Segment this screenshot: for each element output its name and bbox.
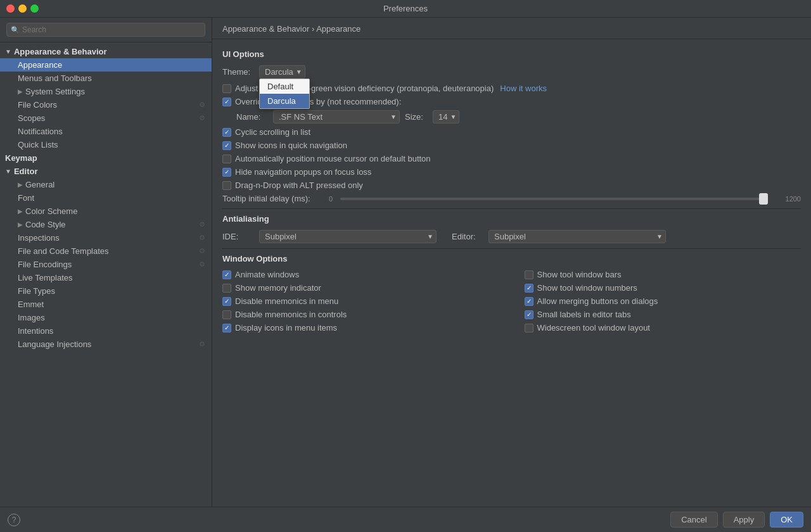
font-name-value: .SF NS Text <box>279 112 322 122</box>
tooltip-delay-row: Tooltip initial delay (ms): 0 1200 <box>222 194 801 203</box>
sidebar-item-keymap[interactable]: Keymap <box>0 151 212 165</box>
sidebar-item-file-colors[interactable]: File Colors ⚙ <box>0 98 212 111</box>
hide-nav-popups-checkbox[interactable] <box>222 168 231 177</box>
tooltip-delay-label: Tooltip initial delay (ms): <box>222 194 324 203</box>
antialiasing-ide-row: IDE: Subpixel ▼ Editor: Subpixel ▼ <box>222 230 801 243</box>
slider-thumb[interactable] <box>759 193 768 205</box>
drag-drop-checkbox[interactable] <box>222 181 231 190</box>
sidebar-item-code-style[interactable]: ▶ Code Style ⚙ <box>0 218 212 231</box>
caret-icon: ▶ <box>18 208 23 215</box>
cancel-button[interactable]: Cancel <box>670 512 717 528</box>
search-input[interactable] <box>6 23 205 37</box>
divider-1 <box>222 208 801 209</box>
auto-position-row: Automatically position mouse cursor on d… <box>222 154 801 163</box>
animate-windows-checkbox[interactable] <box>222 270 231 279</box>
sidebar-item-system-settings[interactable]: ▶ System Settings <box>0 85 212 98</box>
font-size-select[interactable]: 14 ▼ <box>433 110 459 124</box>
maximize-button[interactable] <box>30 4 39 13</box>
sidebar-label-keymap: Keymap <box>5 153 37 163</box>
settings-icon: ⚙ <box>199 260 205 269</box>
close-button[interactable] <box>6 4 15 13</box>
sidebar-item-quick-lists[interactable]: Quick Lists <box>0 138 212 151</box>
theme-value: Darcula <box>265 67 293 77</box>
help-button[interactable]: ? <box>8 514 20 526</box>
sidebar-item-general[interactable]: ▶ General <box>0 178 212 191</box>
theme-dropdown-container: Darcula ▼ Default Darcula <box>259 65 305 79</box>
show-icons-checkbox[interactable] <box>222 141 231 150</box>
sidebar-item-notifications[interactable]: Notifications <box>0 125 212 138</box>
apply-button[interactable]: Apply <box>723 512 765 528</box>
minimize-button[interactable] <box>18 4 27 13</box>
theme-select[interactable]: Darcula ▼ <box>259 65 305 79</box>
sidebar-item-live-templates[interactable]: Live Templates <box>0 271 212 284</box>
font-name-select[interactable]: .SF NS Text ▼ <box>273 110 400 124</box>
theme-option-darcula[interactable]: Darcula <box>260 94 309 108</box>
divider-2 <box>222 248 801 249</box>
settings-icon: ⚙ <box>199 247 205 255</box>
sidebar-label-file-types: File Types <box>18 286 55 296</box>
sidebar-item-images[interactable]: Images <box>0 311 212 324</box>
show-memory-checkbox[interactable] <box>222 284 231 293</box>
search-wrapper: 🔍 <box>6 23 205 37</box>
window-options-columns: Animate windows Show memory indicator Di… <box>222 270 801 336</box>
sidebar-item-language-injections[interactable]: Language Injections ⚙ <box>0 338 212 351</box>
sidebar-label-language-injections: Language Injections <box>18 339 91 349</box>
font-name-label: Name: <box>236 112 268 122</box>
theme-option-default[interactable]: Default <box>260 79 309 94</box>
sidebar-item-file-encodings[interactable]: File Encodings ⚙ <box>0 258 212 271</box>
ide-aa-select[interactable]: Subpixel ▼ <box>259 230 437 243</box>
sidebar-item-file-types[interactable]: File Types <box>0 284 212 298</box>
slider-max-label: 1200 <box>776 195 801 203</box>
sidebar-item-intentions[interactable]: Intentions <box>0 324 212 338</box>
sidebar-item-appearance[interactable]: Appearance <box>0 58 212 72</box>
bottom-bar: ? Cancel Apply OK <box>0 507 811 532</box>
breadcrumb: Appearance & Behavior › Appearance <box>222 24 361 34</box>
display-icons-label: Display icons in menu items <box>235 323 337 332</box>
sidebar-item-file-code-templates[interactable]: File and Code Templates ⚙ <box>0 244 212 258</box>
tooltip-slider-track[interactable] <box>340 198 768 200</box>
small-labels-checkbox[interactable] <box>525 310 533 319</box>
ide-aa-label: IDE: <box>222 232 254 241</box>
show-tool-bars-checkbox[interactable] <box>525 270 533 279</box>
font-size-value: 14 <box>438 112 447 122</box>
allow-merging-checkbox[interactable] <box>525 297 533 306</box>
window-options-title: Window Options <box>222 254 801 263</box>
drag-drop-label: Drag-n-Drop with ALT pressed only <box>235 180 363 190</box>
adjust-colors-checkbox[interactable] <box>222 84 231 93</box>
how-it-works-link[interactable]: How it works <box>500 84 547 93</box>
sidebar-item-appearance-behavior[interactable]: ▼ Appearance & Behavior <box>0 45 212 58</box>
auto-position-checkbox[interactable] <box>222 155 231 163</box>
sidebar-label-file-code-templates: File and Code Templates <box>18 246 109 256</box>
allow-merging-row: Allow merging buttons on dialogs <box>525 296 801 306</box>
sidebar-label-quick-lists: Quick Lists <box>18 140 58 149</box>
show-tool-bars-label: Show tool window bars <box>537 270 622 279</box>
sidebar-label-general: General <box>25 180 54 189</box>
display-icons-checkbox[interactable] <box>222 324 231 332</box>
panel-body: UI Options Theme: Darcula ▼ Default Darc… <box>212 39 811 507</box>
font-size-label: Size: <box>405 112 428 122</box>
sidebar-item-emmet[interactable]: Emmet <box>0 298 212 311</box>
ok-button[interactable]: OK <box>770 512 803 528</box>
editor-aa-select[interactable]: Subpixel ▼ <box>489 230 666 243</box>
disable-mnemonics-controls-checkbox[interactable] <box>222 310 231 319</box>
sidebar-item-menus-toolbars[interactable]: Menus and Toolbars <box>0 72 212 85</box>
sidebar-item-color-scheme[interactable]: ▶ Color Scheme <box>0 205 212 218</box>
caret-icon: ▶ <box>18 221 23 228</box>
sidebar-item-font[interactable]: Font <box>0 191 212 205</box>
override-font-checkbox[interactable] <box>222 98 231 106</box>
sidebar-item-editor[interactable]: ▼ Editor <box>0 165 212 178</box>
show-tool-numbers-checkbox[interactable] <box>525 284 533 293</box>
widescreen-checkbox[interactable] <box>525 324 533 332</box>
widescreen-label: Widescreen tool window layout <box>537 323 650 332</box>
cyclic-scrolling-checkbox[interactable] <box>222 128 231 137</box>
show-memory-label: Show memory indicator <box>235 283 321 293</box>
disable-mnemonics-menu-row: Disable mnemonics in menu <box>222 296 499 306</box>
font-size-arrow-icon: ▼ <box>450 113 456 120</box>
sidebar-item-inspections[interactable]: Inspections ⚙ <box>0 231 212 244</box>
sidebar-item-scopes[interactable]: Scopes ⚙ <box>0 111 212 125</box>
window-options-right: Show tool window bars Show tool window n… <box>525 270 801 336</box>
window-title: Preferences <box>383 4 428 13</box>
panel-header: Appearance & Behavior › Appearance <box>212 18 811 39</box>
sidebar-label-font: Font <box>18 193 34 203</box>
disable-mnemonics-menu-checkbox[interactable] <box>222 297 231 306</box>
